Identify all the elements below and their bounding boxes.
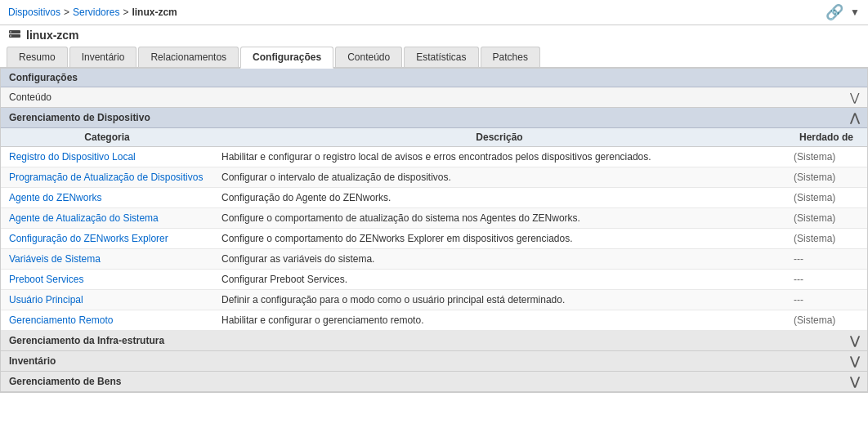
- cell-category: Registro do Dispositivo Local: [1, 147, 213, 167]
- svg-rect-2: [10, 31, 11, 33]
- breadcrumb-sep-2: >: [123, 7, 128, 18]
- breadcrumb-sep-1: >: [64, 7, 69, 18]
- category-link[interactable]: Usuário Principal: [9, 294, 83, 306]
- content-area: Configurações Conteúdo ⋁ Gerenciamento d…: [0, 69, 868, 393]
- section-bens-label: Gerenciamento de Bens: [9, 376, 121, 387]
- cell-description: Configurar as variáveis do sistema.: [213, 249, 785, 270]
- cell-description: Configure o comportamento do ZENworks Ex…: [213, 229, 785, 249]
- collapse-gerenciamento-icon[interactable]: ⋀: [850, 111, 859, 124]
- svg-rect-3: [10, 35, 11, 37]
- table-row: Configuração do ZENworks ExplorerConfigu…: [1, 229, 867, 249]
- tab-estatisticas[interactable]: Estatísticas: [404, 47, 478, 67]
- tab-relacionamentos[interactable]: Relacionamentos: [138, 47, 239, 67]
- cell-inherited: ---: [785, 249, 867, 270]
- cell-inherited: (Sistema): [785, 188, 867, 208]
- category-link[interactable]: Agente de Atualização do Sistema: [9, 212, 159, 224]
- table-row: Agente do ZENworksConfiguração do Agente…: [1, 188, 867, 208]
- tab-conteudo[interactable]: Conteúdo: [335, 47, 402, 67]
- link-icon[interactable]: 🔗: [825, 3, 843, 21]
- cell-category: Agente do ZENworks: [1, 188, 213, 208]
- section-gerenciamento-label: Gerenciamento de Dispositivo: [9, 112, 150, 123]
- tab-resumo[interactable]: Resumo: [7, 47, 68, 67]
- cell-inherited: ---: [785, 270, 867, 290]
- cell-inherited: (Sistema): [785, 310, 867, 331]
- cell-category: Programação de Atualização de Dispositiv…: [1, 167, 213, 188]
- tab-inventario[interactable]: Inventário: [69, 47, 137, 67]
- breadcrumb-dispositivos[interactable]: Dispositivos: [8, 7, 60, 18]
- cell-description: Configuração do Agente do ZENworks.: [213, 188, 785, 208]
- category-link[interactable]: Agente do ZENworks: [9, 192, 101, 203]
- section-configuracoes: Configurações: [1, 69, 867, 87]
- category-link[interactable]: Configuração do ZENworks Explorer: [9, 233, 168, 244]
- section-configuracoes-label: Configurações: [9, 72, 78, 83]
- col-header-descricao: Descrição: [213, 128, 785, 147]
- cell-category: Agente de Atualização do Sistema: [1, 208, 213, 229]
- cell-inherited: (Sistema): [785, 229, 867, 249]
- category-link[interactable]: Gerenciamento Remoto: [9, 314, 113, 326]
- dropdown-icon[interactable]: ▼: [850, 7, 860, 18]
- breadcrumb: Dispositivos > Servidores > linux-zcm: [8, 7, 825, 18]
- table-row: Programação de Atualização de Dispositiv…: [1, 167, 867, 188]
- section-gerenciamento-dispositivo[interactable]: Gerenciamento de Dispositivo ⋀: [1, 108, 867, 128]
- table-row: Gerenciamento RemotoHabilitar e configur…: [1, 310, 867, 331]
- page-title: linux-zcm: [26, 29, 79, 42]
- section-inventario[interactable]: Inventário ⋁: [1, 351, 867, 372]
- cell-inherited: ---: [785, 290, 867, 310]
- category-link[interactable]: Preboot Services: [9, 274, 83, 285]
- collapse-infra-icon[interactable]: ⋁: [850, 334, 859, 347]
- cell-category: Configuração do ZENworks Explorer: [1, 229, 213, 249]
- cell-category: Gerenciamento Remoto: [1, 310, 213, 331]
- cell-description: Definir a configuração para o modo como …: [213, 290, 785, 310]
- table-row: Usuário PrincipalDefinir a configuração …: [1, 290, 867, 310]
- cell-description: Configurar o intervalo de atualização de…: [213, 167, 785, 188]
- server-icon: [8, 29, 21, 42]
- section-infra-label: Gerenciamento da Infra-estrutura: [9, 335, 164, 346]
- collapse-bens-icon[interactable]: ⋁: [850, 375, 859, 388]
- table-row: Agente de Atualização do SistemaConfigur…: [1, 208, 867, 229]
- section-conteudo-label: Conteúdo: [9, 91, 51, 103]
- cell-description: Habilitar e configurar o registro local …: [213, 147, 785, 167]
- cell-category: Preboot Services: [1, 270, 213, 290]
- table-row: Preboot ServicesConfigurar Preboot Servi…: [1, 270, 867, 290]
- breadcrumb-current: linux-zcm: [132, 7, 177, 18]
- category-link[interactable]: Programação de Atualização de Dispositiv…: [9, 172, 203, 183]
- cell-description: Configure o comportamento de atualização…: [213, 208, 785, 229]
- collapse-conteudo-icon[interactable]: ⋁: [850, 91, 859, 104]
- section-inventario-label: Inventário: [9, 355, 56, 367]
- col-header-herdado: Herdado de: [785, 128, 867, 147]
- cell-inherited: (Sistema): [785, 167, 867, 188]
- category-link[interactable]: Registro do Dispositivo Local: [9, 151, 136, 163]
- cell-category: Variáveis de Sistema: [1, 249, 213, 270]
- collapse-inventario-icon[interactable]: ⋁: [850, 355, 859, 368]
- table-row: Registro do Dispositivo LocalHabilitar e…: [1, 147, 867, 167]
- cell-category: Usuário Principal: [1, 290, 213, 310]
- config-table: Categoria Descrição Herdado de Registro …: [1, 128, 867, 331]
- page-title-bar: linux-zcm: [0, 25, 868, 47]
- tab-configuracoes[interactable]: Configurações: [240, 47, 333, 69]
- cell-inherited: (Sistema): [785, 208, 867, 229]
- top-right-icons: 🔗 ▼: [825, 3, 860, 21]
- cell-inherited: (Sistema): [785, 147, 867, 167]
- tab-patches[interactable]: Patches: [481, 47, 540, 67]
- section-infra[interactable]: Gerenciamento da Infra-estrutura ⋁: [1, 331, 867, 351]
- breadcrumb-servidores[interactable]: Servidores: [73, 7, 119, 18]
- section-conteudo[interactable]: Conteúdo ⋁: [1, 87, 867, 108]
- section-bens[interactable]: Gerenciamento de Bens ⋁: [1, 372, 867, 392]
- cell-description: Habilitar e configurar o gerenciamento r…: [213, 310, 785, 331]
- cell-description: Configurar Preboot Services.: [213, 270, 785, 290]
- category-link[interactable]: Variáveis de Sistema: [9, 253, 101, 265]
- tabs-bar: Resumo Inventário Relacionamentos Config…: [0, 47, 868, 69]
- table-row: Variáveis de SistemaConfigurar as variáv…: [1, 249, 867, 270]
- col-header-categoria: Categoria: [1, 128, 213, 147]
